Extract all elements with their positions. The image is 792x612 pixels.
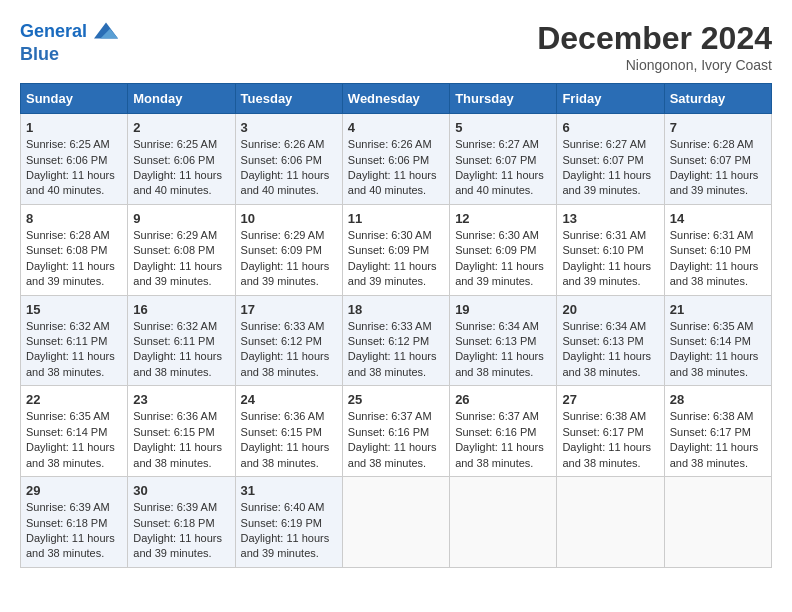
calendar-header-row: SundayMondayTuesdayWednesdayThursdayFrid… bbox=[21, 84, 772, 114]
week-row-3: 15 Sunrise: 6:32 AM Sunset: 6:11 PM Dayl… bbox=[21, 295, 772, 386]
day-number: 31 bbox=[241, 483, 255, 498]
header-wednesday: Wednesday bbox=[342, 84, 449, 114]
day-cell: 1 Sunrise: 6:25 AM Sunset: 6:06 PM Dayli… bbox=[21, 114, 128, 205]
day-cell: 5 Sunrise: 6:27 AM Sunset: 6:07 PM Dayli… bbox=[450, 114, 557, 205]
day-number: 26 bbox=[455, 392, 469, 407]
day-number: 25 bbox=[348, 392, 362, 407]
day-cell bbox=[557, 477, 664, 568]
day-cell: 18 Sunrise: 6:33 AM Sunset: 6:12 PM Dayl… bbox=[342, 295, 449, 386]
day-cell: 4 Sunrise: 6:26 AM Sunset: 6:06 PM Dayli… bbox=[342, 114, 449, 205]
day-number: 10 bbox=[241, 211, 255, 226]
day-number: 16 bbox=[133, 302, 147, 317]
day-cell: 11 Sunrise: 6:30 AM Sunset: 6:09 PM Dayl… bbox=[342, 204, 449, 295]
day-cell: 17 Sunrise: 6:33 AM Sunset: 6:12 PM Dayl… bbox=[235, 295, 342, 386]
day-cell: 15 Sunrise: 6:32 AM Sunset: 6:11 PM Dayl… bbox=[21, 295, 128, 386]
day-cell bbox=[450, 477, 557, 568]
day-number: 2 bbox=[133, 120, 140, 135]
week-row-4: 22 Sunrise: 6:35 AM Sunset: 6:14 PM Dayl… bbox=[21, 386, 772, 477]
header-monday: Monday bbox=[128, 84, 235, 114]
day-number: 29 bbox=[26, 483, 40, 498]
day-number: 13 bbox=[562, 211, 576, 226]
header-sunday: Sunday bbox=[21, 84, 128, 114]
day-cell bbox=[342, 477, 449, 568]
day-number: 21 bbox=[670, 302, 684, 317]
day-number: 3 bbox=[241, 120, 248, 135]
day-number: 9 bbox=[133, 211, 140, 226]
day-number: 14 bbox=[670, 211, 684, 226]
day-cell: 6 Sunrise: 6:27 AM Sunset: 6:07 PM Dayli… bbox=[557, 114, 664, 205]
title-block: December 2024 Niongonon, Ivory Coast bbox=[537, 20, 772, 73]
day-number: 27 bbox=[562, 392, 576, 407]
day-cell: 13 Sunrise: 6:31 AM Sunset: 6:10 PM Dayl… bbox=[557, 204, 664, 295]
day-cell: 10 Sunrise: 6:29 AM Sunset: 6:09 PM Dayl… bbox=[235, 204, 342, 295]
day-number: 12 bbox=[455, 211, 469, 226]
day-cell: 12 Sunrise: 6:30 AM Sunset: 6:09 PM Dayl… bbox=[450, 204, 557, 295]
week-row-5: 29 Sunrise: 6:39 AM Sunset: 6:18 PM Dayl… bbox=[21, 477, 772, 568]
header-tuesday: Tuesday bbox=[235, 84, 342, 114]
day-cell: 22 Sunrise: 6:35 AM Sunset: 6:14 PM Dayl… bbox=[21, 386, 128, 477]
day-cell: 9 Sunrise: 6:29 AM Sunset: 6:08 PM Dayli… bbox=[128, 204, 235, 295]
day-number: 5 bbox=[455, 120, 462, 135]
day-cell: 20 Sunrise: 6:34 AM Sunset: 6:13 PM Dayl… bbox=[557, 295, 664, 386]
day-cell: 21 Sunrise: 6:35 AM Sunset: 6:14 PM Dayl… bbox=[664, 295, 771, 386]
day-cell: 14 Sunrise: 6:31 AM Sunset: 6:10 PM Dayl… bbox=[664, 204, 771, 295]
logo: General Blue bbox=[20, 20, 118, 65]
day-number: 23 bbox=[133, 392, 147, 407]
day-cell: 24 Sunrise: 6:36 AM Sunset: 6:15 PM Dayl… bbox=[235, 386, 342, 477]
day-cell bbox=[664, 477, 771, 568]
day-cell: 29 Sunrise: 6:39 AM Sunset: 6:18 PM Dayl… bbox=[21, 477, 128, 568]
day-cell: 26 Sunrise: 6:37 AM Sunset: 6:16 PM Dayl… bbox=[450, 386, 557, 477]
day-cell: 30 Sunrise: 6:39 AM Sunset: 6:18 PM Dayl… bbox=[128, 477, 235, 568]
week-row-1: 1 Sunrise: 6:25 AM Sunset: 6:06 PM Dayli… bbox=[21, 114, 772, 205]
logo-blue: Blue bbox=[20, 44, 118, 65]
header-thursday: Thursday bbox=[450, 84, 557, 114]
header-saturday: Saturday bbox=[664, 84, 771, 114]
page-header: General Blue December 2024 Niongonon, Iv… bbox=[20, 20, 772, 73]
day-number: 6 bbox=[562, 120, 569, 135]
day-cell: 7 Sunrise: 6:28 AM Sunset: 6:07 PM Dayli… bbox=[664, 114, 771, 205]
day-number: 17 bbox=[241, 302, 255, 317]
day-cell: 23 Sunrise: 6:36 AM Sunset: 6:15 PM Dayl… bbox=[128, 386, 235, 477]
day-cell: 31 Sunrise: 6:40 AM Sunset: 6:19 PM Dayl… bbox=[235, 477, 342, 568]
header-friday: Friday bbox=[557, 84, 664, 114]
location-subtitle: Niongonon, Ivory Coast bbox=[537, 57, 772, 73]
day-number: 20 bbox=[562, 302, 576, 317]
day-number: 28 bbox=[670, 392, 684, 407]
day-number: 18 bbox=[348, 302, 362, 317]
day-cell: 8 Sunrise: 6:28 AM Sunset: 6:08 PM Dayli… bbox=[21, 204, 128, 295]
day-cell: 28 Sunrise: 6:38 AM Sunset: 6:17 PM Dayl… bbox=[664, 386, 771, 477]
day-cell: 3 Sunrise: 6:26 AM Sunset: 6:06 PM Dayli… bbox=[235, 114, 342, 205]
day-number: 8 bbox=[26, 211, 33, 226]
day-cell: 27 Sunrise: 6:38 AM Sunset: 6:17 PM Dayl… bbox=[557, 386, 664, 477]
day-number: 7 bbox=[670, 120, 677, 135]
day-number: 4 bbox=[348, 120, 355, 135]
day-number: 19 bbox=[455, 302, 469, 317]
day-number: 24 bbox=[241, 392, 255, 407]
day-cell: 2 Sunrise: 6:25 AM Sunset: 6:06 PM Dayli… bbox=[128, 114, 235, 205]
day-cell: 25 Sunrise: 6:37 AM Sunset: 6:16 PM Dayl… bbox=[342, 386, 449, 477]
week-row-2: 8 Sunrise: 6:28 AM Sunset: 6:08 PM Dayli… bbox=[21, 204, 772, 295]
day-cell: 16 Sunrise: 6:32 AM Sunset: 6:11 PM Dayl… bbox=[128, 295, 235, 386]
day-number: 15 bbox=[26, 302, 40, 317]
day-number: 1 bbox=[26, 120, 33, 135]
day-cell: 19 Sunrise: 6:34 AM Sunset: 6:13 PM Dayl… bbox=[450, 295, 557, 386]
day-number: 22 bbox=[26, 392, 40, 407]
calendar-table: SundayMondayTuesdayWednesdayThursdayFrid… bbox=[20, 83, 772, 568]
month-title: December 2024 bbox=[537, 20, 772, 57]
day-number: 11 bbox=[348, 211, 362, 226]
logo-text: General bbox=[20, 20, 118, 44]
day-number: 30 bbox=[133, 483, 147, 498]
